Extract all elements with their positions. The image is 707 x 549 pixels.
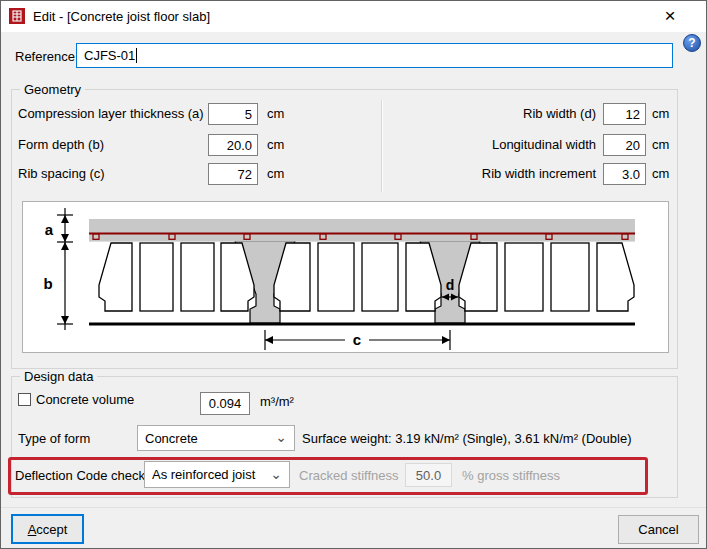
window-title: Edit - [Concrete joist floor slab] bbox=[33, 9, 210, 24]
rib-spacing-label: Rib spacing (c) bbox=[18, 166, 105, 181]
rib-width-label: Rib width (d) bbox=[523, 106, 596, 121]
reference-input[interactable]: CJFS-01 bbox=[76, 43, 673, 68]
cracked-stiffness-unit: % gross stiffness bbox=[462, 468, 560, 483]
compression-thickness-field[interactable]: 5 bbox=[208, 103, 258, 125]
form-depth-unit: cm bbox=[267, 137, 284, 152]
concrete-volume-unit: m³/m² bbox=[260, 394, 294, 409]
design-data-group: Design data Concrete volume 0.094 m³/m² … bbox=[11, 376, 678, 498]
type-of-form-label: Type of form bbox=[18, 431, 90, 446]
geometry-separator bbox=[381, 100, 383, 192]
longitudinal-width-field[interactable]: 20 bbox=[603, 134, 646, 156]
form-block-group bbox=[459, 243, 634, 311]
chevron-down-icon: ⌄ bbox=[270, 467, 282, 481]
geometry-group: Geometry Compression layer thickness (a)… bbox=[11, 89, 678, 369]
compression-thickness-label: Compression layer thickness (a) bbox=[18, 106, 204, 121]
cancel-button[interactable]: Cancel bbox=[618, 515, 699, 544]
reference-value: CJFS-01 bbox=[84, 48, 135, 63]
svg-text:d: d bbox=[446, 277, 455, 293]
close-icon[interactable]: × bbox=[647, 1, 693, 31]
chevron-down-icon: ⌄ bbox=[275, 430, 287, 444]
rib-width-increment-unit: cm bbox=[652, 166, 669, 181]
rib-width-increment-field[interactable]: 3.0 bbox=[603, 163, 646, 185]
form-block-group bbox=[274, 243, 441, 311]
dimension-a: a bbox=[45, 208, 73, 242]
rib-spacing-unit: cm bbox=[267, 166, 284, 181]
dimension-c: c bbox=[265, 330, 450, 350]
accept-button[interactable]: Accept bbox=[11, 514, 84, 544]
dimension-b: b bbox=[43, 242, 73, 330]
rib-width-increment-label: Rib width increment bbox=[482, 166, 596, 181]
concrete-volume-checkbox[interactable] bbox=[18, 393, 31, 406]
rib-width-unit: cm bbox=[652, 106, 669, 121]
compression-thickness-unit: cm bbox=[267, 106, 284, 121]
cracked-stiffness-label: Cracked stiffness bbox=[299, 468, 398, 483]
form-depth-field[interactable]: 20.0 bbox=[208, 134, 258, 156]
concrete-volume-field[interactable]: 0.094 bbox=[200, 392, 250, 415]
cracked-stiffness-field: 50.0 bbox=[405, 463, 452, 487]
geometry-legend: Geometry bbox=[20, 82, 85, 97]
help-icon[interactable]: ? bbox=[683, 34, 701, 52]
footer-bar: Accept Cancel bbox=[1, 507, 706, 549]
cross-section-diagram: a b c bbox=[22, 201, 669, 353]
app-icon bbox=[9, 8, 25, 24]
form-depth-label: Form depth (b) bbox=[18, 137, 104, 152]
reference-label: Reference bbox=[15, 49, 75, 64]
form-block-group bbox=[99, 243, 254, 311]
deflection-mode-dropdown[interactable]: As reinforced joist ⌄ bbox=[144, 461, 290, 488]
design-data-legend: Design data bbox=[20, 369, 97, 384]
rib-spacing-field[interactable]: 72 bbox=[208, 163, 258, 185]
svg-text:c: c bbox=[353, 331, 361, 348]
title-bar: Edit - [Concrete joist floor slab] × bbox=[1, 1, 706, 32]
concrete-volume-label: Concrete volume bbox=[36, 392, 134, 407]
deflection-highlight-box: Deflection Code check As reinforced jois… bbox=[8, 457, 648, 495]
text-caret bbox=[136, 48, 137, 63]
svg-text:a: a bbox=[45, 221, 54, 238]
dialog-window: Edit - [Concrete joist floor slab] × Ref… bbox=[0, 0, 707, 549]
svg-text:b: b bbox=[43, 275, 52, 292]
deflection-code-check-label: Deflection Code check bbox=[15, 468, 145, 483]
rib-width-field[interactable]: 12 bbox=[603, 103, 646, 125]
type-of-form-dropdown[interactable]: Concrete ⌄ bbox=[137, 425, 295, 451]
surface-weight-text: Surface weight: 3.19 kN/m² (Single), 3.6… bbox=[302, 431, 631, 446]
compression-layer bbox=[89, 219, 635, 242]
longitudinal-width-unit: cm bbox=[652, 137, 669, 152]
longitudinal-width-label: Longitudinal width bbox=[492, 137, 596, 152]
